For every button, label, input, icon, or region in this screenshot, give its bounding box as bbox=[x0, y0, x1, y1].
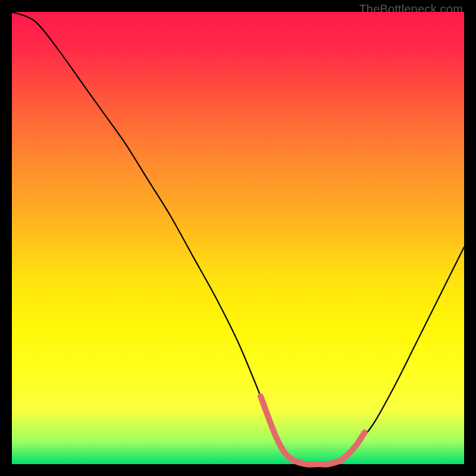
optimal-segment bbox=[261, 396, 365, 465]
curve-layer bbox=[12, 12, 464, 464]
chart-container: TheBottleneck.com bbox=[0, 0, 476, 476]
bottleneck-curve bbox=[12, 12, 464, 465]
